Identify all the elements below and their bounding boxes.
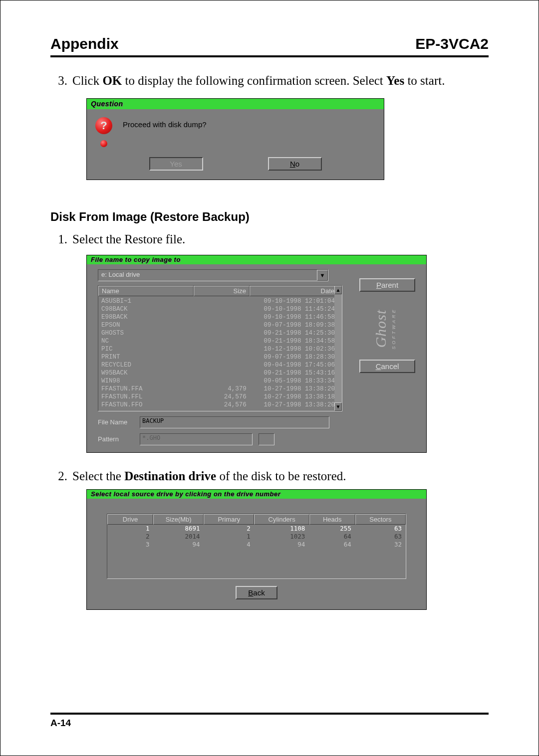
- step-2-num: 2.: [50, 468, 72, 485]
- step-3-text: Click OK to display the following confir…: [72, 72, 489, 89]
- pattern-aux[interactable]: [259, 433, 274, 445]
- file-dialog-title: File name to copy image to: [87, 255, 426, 264]
- file-row[interactable]: EPSON09-07-1998 18:09:38: [98, 321, 342, 329]
- filename-label: File Name: [98, 418, 134, 426]
- question-titlebar: Question: [87, 99, 384, 109]
- file-list-header: Name Size Date: [98, 286, 342, 296]
- question-icon: ?: [94, 117, 114, 147]
- header-right: EP-3VCA2: [415, 35, 489, 52]
- step-3: 3. Click OK to display the following con…: [50, 72, 489, 89]
- drive-table-header: Drive Size(Mb) Primary Cylinders Heads S…: [107, 514, 406, 525]
- file-row[interactable]: GHOSTS09-21-1998 14:25:30: [98, 329, 342, 337]
- col-size[interactable]: Size: [194, 286, 250, 296]
- drive-row[interactable]: 3944946432: [107, 541, 406, 549]
- drive-dialog: Select local source drive by clicking on…: [86, 489, 427, 610]
- col-name[interactable]: Name: [98, 286, 194, 296]
- chevron-down-icon[interactable]: ▼: [317, 270, 328, 281]
- scroll-up-icon[interactable]: ▲: [334, 286, 342, 294]
- ghost-logo: Ghost SOFTWARE: [359, 308, 415, 349]
- back-button[interactable]: Back: [236, 586, 277, 599]
- drive-row[interactable]: 186912110825563: [107, 525, 406, 533]
- file-row[interactable]: PRINT09-07-1998 18:28:30: [98, 353, 342, 361]
- yes-button[interactable]: Yes: [149, 157, 203, 171]
- header-left: Appendix: [50, 35, 119, 52]
- drive-table: Drive Size(Mb) Primary Cylinders Heads S…: [107, 514, 406, 579]
- page-footer: A-14: [50, 713, 489, 729]
- col-primary[interactable]: Primary: [204, 514, 254, 525]
- step-1-num: 1.: [50, 231, 72, 248]
- drive-dialog-title: Select local source drive by clicking on…: [87, 490, 426, 499]
- header-rule: [50, 55, 489, 57]
- file-dialog: File name to copy image to e: Local driv…: [86, 255, 427, 453]
- pattern-label: Pattern: [98, 435, 134, 443]
- step-2-text: Select the Destination drive of the disk…: [72, 468, 489, 485]
- file-row[interactable]: FFASTUN.FFA4,37910-27-1998 13:38:20: [98, 385, 342, 393]
- file-row[interactable]: ASUSBI~109-10-1998 12:01:04: [98, 297, 342, 305]
- step-2: 2. Select the Destination drive of the d…: [50, 468, 489, 485]
- drive-dropdown[interactable]: e: Local drive ▼: [98, 269, 328, 281]
- scroll-down-icon[interactable]: ▼: [334, 402, 342, 411]
- step-1-text: Select the Restore file.: [72, 231, 489, 248]
- col-drive[interactable]: Drive: [107, 514, 153, 525]
- step-3-num: 3.: [50, 72, 72, 89]
- scrollbar-vertical[interactable]: ▲ ▼: [334, 286, 342, 411]
- col-sectors[interactable]: Sectors: [355, 514, 406, 525]
- col-date[interactable]: Date: [250, 286, 342, 296]
- no-button[interactable]: No: [268, 157, 322, 171]
- file-row[interactable]: FFASTUN.FFO24,57610-27-1998 13:38:20: [98, 401, 342, 409]
- page-number: A-14: [50, 718, 71, 728]
- col-heads[interactable]: Heads: [309, 514, 355, 525]
- filename-input[interactable]: BACKUP: [140, 416, 329, 428]
- section-heading: Disk From Image (Restore Backup): [50, 210, 489, 224]
- col-cylinders[interactable]: Cylinders: [254, 514, 309, 525]
- cancel-button[interactable]: Cancel: [359, 360, 415, 373]
- file-row[interactable]: E98BACK09-10-1998 11:46:58: [98, 313, 342, 321]
- file-row[interactable]: RECYCLED09-04-1998 17:45:06: [98, 361, 342, 369]
- file-row[interactable]: PIC10-12-1998 10:02:36: [98, 345, 342, 353]
- drive-dropdown-value: e: Local drive: [98, 270, 317, 281]
- file-row[interactable]: FFASTUN.FFL24,57610-27-1998 13:38:18: [98, 393, 342, 401]
- file-list: Name Size Date ASUSBI~109-10-1998 12:01:…: [98, 285, 342, 411]
- drive-row[interactable]: 22014110236463: [107, 533, 406, 541]
- step-1: 1. Select the Restore file.: [50, 231, 489, 248]
- file-row[interactable]: W95BACK09-21-1998 15:43:16: [98, 369, 342, 377]
- col-sizemb[interactable]: Size(Mb): [153, 514, 204, 525]
- question-message: Proceed with disk dump?: [123, 117, 207, 129]
- pattern-input[interactable]: *.GHO: [140, 433, 253, 445]
- question-dialog: Question ? Proceed with disk dump? Yes N…: [86, 98, 384, 180]
- file-row[interactable]: NC09-21-1998 18:34:58: [98, 337, 342, 345]
- file-row[interactable]: WIN9809-05-1998 18:33:34: [98, 377, 342, 385]
- scroll-track[interactable]: [334, 294, 342, 402]
- file-row[interactable]: C98BACK09-10-1998 11:45:24: [98, 305, 342, 313]
- parent-button[interactable]: Parent: [359, 278, 415, 292]
